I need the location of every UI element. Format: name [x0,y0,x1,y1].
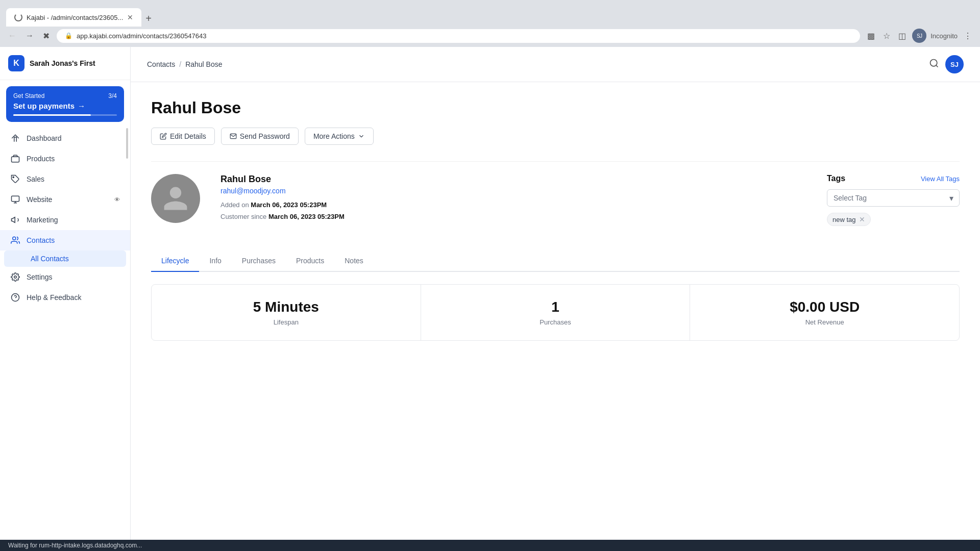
active-tab[interactable]: Kajabi - /admin/contacts/23605... ✕ [6,8,141,27]
sales-label: Sales [27,175,120,183]
new-tab-button[interactable]: + [141,11,156,27]
contact-avatar [151,174,200,223]
help-label: Help & Feedback [27,293,120,302]
contacts-label: Contacts [27,236,120,244]
user-avatar-button[interactable]: SJ [945,55,964,73]
send-password-label: Send Password [240,132,290,140]
browser-tabs: Kajabi - /admin/contacts/23605... ✕ + [6,0,970,27]
lifespan-label: Lifespan [162,318,410,326]
sidebar-scrollbar[interactable] [126,128,128,159]
net-revenue-label: Net Revenue [700,318,949,326]
tag-icon [10,174,20,184]
sidebar-item-settings[interactable]: Settings [0,267,130,287]
tab-notes[interactable]: Notes [334,251,374,272]
settings-label: Settings [27,273,120,281]
customer-since-label: Customer since [220,213,266,220]
stats-row: 5 Minutes Lifespan 1 Purchases $0.00 USD… [151,284,960,341]
tab-lifecycle[interactable]: Lifecycle [151,251,199,272]
tags-header: Tags View All Tags [827,174,960,183]
tags-title: Tags [827,174,845,183]
tab-close-button[interactable]: ✕ [127,13,133,21]
profile-button[interactable]: SJ [912,29,926,43]
sidebar-header: K Sarah Jonas's First [0,47,130,80]
content-area: Rahul Bose Edit Details Send Password Mo… [131,82,980,540]
box-icon [10,154,20,164]
setup-banner-title: Set up payments → [13,102,117,110]
sidebar-item-products[interactable]: Products [0,148,130,169]
contact-fullname: Rahul Bose [220,174,806,185]
sidebar-item-dashboard[interactable]: Dashboard [0,128,130,148]
existing-tags: new tag ✕ [827,213,960,226]
added-label: Added on [220,201,249,209]
address-bar[interactable]: 🔒 app.kajabi.com/admin/contacts/23605476… [57,29,860,43]
breadcrumb-current-page: Rahul Bose [185,60,222,68]
cast-button[interactable]: ▩ [865,29,877,43]
url-text: app.kajabi.com/admin/contacts/2360547643 [77,32,206,40]
sidebar: K Sarah Jonas's First Get Started 3/4 Se… [0,47,131,540]
website-label: Website [27,195,108,204]
status-message: Waiting for rum-http-intake.logs.datadog… [8,542,142,549]
setup-label: Get Started [13,92,44,99]
tag-chip-remove-button[interactable]: ✕ [859,215,865,223]
tag-select-dropdown[interactable]: Select Tag [827,189,960,207]
brand-name: Sarah Jonas's First [30,59,95,67]
bookmark-button[interactable]: ☆ [881,29,892,43]
edit-details-label: Edit Details [170,132,206,140]
contact-meta: Added on March 06, 2023 05:23PM Customer… [220,199,806,223]
sidebar-item-sales[interactable]: Sales [0,169,130,189]
address-bar-row: ← → ✖ 🔒 app.kajabi.com/admin/contacts/23… [0,27,980,47]
sidebar-subitem-all-contacts[interactable]: All Contacts [4,251,126,267]
website-badge: 👁 [114,196,120,203]
app-container: K Sarah Jonas's First Get Started 3/4 Se… [0,47,980,540]
forward-button[interactable]: → [23,29,36,42]
contact-tabs: Lifecycle Info Purchases Products Notes [151,251,960,272]
all-contacts-label: All Contacts [31,255,69,263]
sidebar-item-website[interactable]: Website 👁 [0,189,130,210]
monitor-icon [10,194,20,205]
sidebar-item-contacts[interactable]: Contacts [0,230,130,251]
tab-favicon [14,13,22,21]
products-label: Products [27,155,120,163]
marketing-label: Marketing [27,216,120,224]
setup-progress-bar [13,114,117,116]
added-date: March 06, 2023 05:23PM [251,201,327,209]
status-bar: Waiting for rum-http-intake.logs.datadog… [0,540,980,551]
sidebar-item-marketing[interactable]: Marketing [0,210,130,230]
breadcrumb: Contacts / Rahul Bose [147,60,223,68]
svg-point-4 [14,276,17,279]
contact-card: Rahul Bose rahul@moodjoy.com Added on Ma… [151,161,960,238]
breadcrumb-contacts-link[interactable]: Contacts [147,60,175,68]
send-password-button[interactable]: Send Password [221,128,299,145]
tab-products[interactable]: Products [286,251,334,272]
search-button[interactable] [929,58,939,71]
reload-button[interactable]: ✖ [41,29,52,43]
customer-since-date: March 06, 2023 05:23PM [268,213,345,220]
svg-point-6 [930,59,937,66]
edit-details-button[interactable]: Edit Details [151,128,215,145]
logo-letter: K [13,59,19,68]
svg-rect-2 [12,196,19,202]
svg-point-3 [13,237,16,240]
incognito-label: Incognito [930,32,958,40]
sidebar-item-help[interactable]: Help & Feedback [0,287,130,308]
tab-purchases[interactable]: Purchases [232,251,286,272]
tab-title: Kajabi - /admin/contacts/23605... [27,14,123,21]
more-actions-button[interactable]: More Actions [305,128,374,145]
action-buttons: Edit Details Send Password More Actions [151,128,960,145]
lifespan-value: 5 Minutes [162,299,410,315]
tab-info[interactable]: Info [199,251,231,272]
setup-banner[interactable]: Get Started 3/4 Set up payments → [6,86,124,122]
contact-email[interactable]: rahul@moodjoy.com [220,187,806,195]
sidebar-toggle-button[interactable]: ◫ [896,29,908,43]
help-icon [10,292,20,303]
tag-chip-label: new tag [832,216,856,223]
view-all-tags-link[interactable]: View All Tags [921,175,960,183]
gear-icon [10,272,20,282]
back-button[interactable]: ← [6,29,18,42]
megaphone-icon [10,215,20,225]
contact-page-title: Rahul Bose [151,98,960,117]
browser-actions: ▩ ☆ ◫ SJ Incognito ⋮ [865,29,974,43]
menu-button[interactable]: ⋮ [962,29,974,43]
app-logo[interactable]: K [8,55,24,71]
setup-progress: 3/4 [108,92,117,99]
